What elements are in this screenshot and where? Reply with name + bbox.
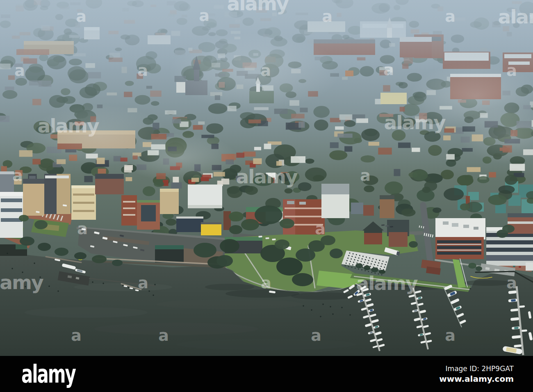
boat [258,236,262,238]
watermark-letter: a [322,7,332,25]
boat [390,226,393,228]
watermark-letter: a [137,62,147,80]
watermark-letter: a [360,166,370,185]
watermark-wordmark: alamy [227,0,289,15]
boat [265,237,269,239]
image-id-label: Image ID: 2HP9GAT [439,364,514,374]
watermark-wordmark: alamy [37,114,99,137]
watermark-letter: a [445,7,455,25]
watermark-letter: a [383,61,393,79]
boat [385,225,389,227]
watermark-letter: a [77,220,87,238]
watermark-letter: a [315,220,325,238]
watermark-wordmark: alamy [356,272,418,294]
atmospheric-haze [0,0,533,182]
image-meta: Image ID: 2HP9GAT www.alamy.com [439,364,514,385]
alamy-website-url: www.alamy.com [439,374,514,384]
watermark-letter: a [71,326,81,344]
photo-scene-svg: alamyalamyalamyalamyalamyalamyalamyaaaaa… [0,0,533,356]
watermark-letter: a [506,62,516,80]
boat [272,239,276,241]
watermark-letter: a [138,274,148,292]
boat [381,224,385,226]
watermark-letter: a [260,62,270,80]
watermark-letter: a [76,7,86,25]
watermark-wordmark: alamy [498,5,533,28]
watermark-wordmark: alamy [236,165,298,188]
watermark-wordmark: alamy [384,111,446,134]
alamy-stock-photo-page: alamyalamyalamyalamyalamyalamyalamyaaaaa… [0,0,533,392]
watermark-letter: a [199,7,209,25]
watermark-letter: a [14,62,24,80]
alamy-footer-bar: alamy Image ID: 2HP9GAT www.alamy.com [0,356,533,392]
aerial-photo-waterfront-town: alamyalamyalamyalamyalamyalamyalamyaaaaa… [0,0,533,356]
watermark-letter: a [445,326,455,344]
alamy-logo: alamy [21,362,75,386]
watermark-letter: a [12,166,22,185]
watermark-letter: a [311,326,321,344]
watermark-wordmark: alamy [0,271,43,294]
watermark-letter: a [506,274,516,292]
watermark-letter: a [158,326,168,344]
watermark-letter: a [261,274,271,292]
